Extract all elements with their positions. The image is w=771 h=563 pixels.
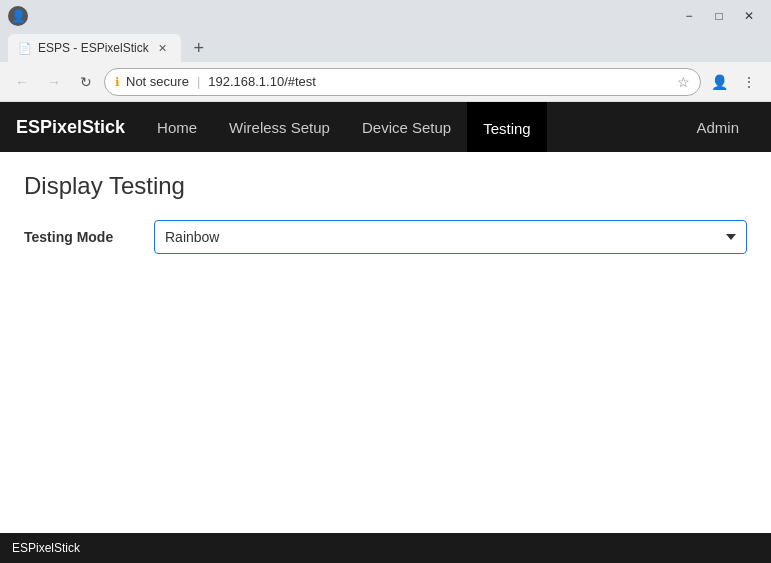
bookmark-icon[interactable]: ☆ xyxy=(677,74,690,90)
title-bar: 👤 − □ ✕ xyxy=(0,0,771,32)
nav-item-device-setup[interactable]: Device Setup xyxy=(346,102,467,152)
app-nav: ESPixelStick Home Wireless Setup Device … xyxy=(0,102,771,152)
address-bar[interactable]: ℹ Not secure | 192.168.1.10/#test ☆ xyxy=(104,68,701,96)
nav-item-testing[interactable]: Testing xyxy=(467,102,547,152)
minimize-button[interactable]: − xyxy=(675,2,703,30)
brand-logo: ESPixelStick xyxy=(16,117,125,138)
back-button[interactable]: ← xyxy=(8,68,36,96)
tab-bar: 📄 ESPS - ESPixelStick ✕ + xyxy=(0,32,771,62)
maximize-button[interactable]: □ xyxy=(705,2,733,30)
tab-close-button[interactable]: ✕ xyxy=(155,40,171,56)
testing-mode-label: Testing Mode xyxy=(24,229,154,245)
nav-item-home[interactable]: Home xyxy=(141,102,213,152)
close-button[interactable]: ✕ xyxy=(735,2,763,30)
not-secure-icon: ℹ xyxy=(115,75,120,89)
nav-item-admin[interactable]: Admin xyxy=(680,119,755,136)
main-content: Display Testing Testing Mode Rainbow Sta… xyxy=(0,152,771,563)
menu-button[interactable]: ⋮ xyxy=(735,68,763,96)
tab-page-icon: 📄 xyxy=(18,42,32,55)
nav-item-wireless-setup[interactable]: Wireless Setup xyxy=(213,102,346,152)
url-text: 192.168.1.10/#test xyxy=(208,74,671,89)
reload-button[interactable]: ↻ xyxy=(72,68,100,96)
url-separator: | xyxy=(197,74,200,89)
profile-icon[interactable]: 👤 xyxy=(8,6,28,26)
new-tab-button[interactable]: + xyxy=(185,34,213,62)
testing-mode-select[interactable]: Rainbow Static Color Static White Chase … xyxy=(154,220,747,254)
forward-button[interactable]: → xyxy=(40,68,68,96)
status-bar: ESPixelStick xyxy=(0,533,771,563)
not-secure-label: Not secure xyxy=(126,74,189,89)
toolbar-right: 👤 ⋮ xyxy=(705,68,763,96)
toolbar: ← → ↻ ℹ Not secure | 192.168.1.10/#test … xyxy=(0,62,771,102)
profile-button[interactable]: 👤 xyxy=(705,68,733,96)
testing-mode-row: Testing Mode Rainbow Static Color Static… xyxy=(24,220,747,254)
tab-title: ESPS - ESPixelStick xyxy=(38,41,149,55)
page-title: Display Testing xyxy=(24,172,747,200)
status-text: ESPixelStick xyxy=(12,541,80,555)
active-tab[interactable]: 📄 ESPS - ESPixelStick ✕ xyxy=(8,34,181,62)
